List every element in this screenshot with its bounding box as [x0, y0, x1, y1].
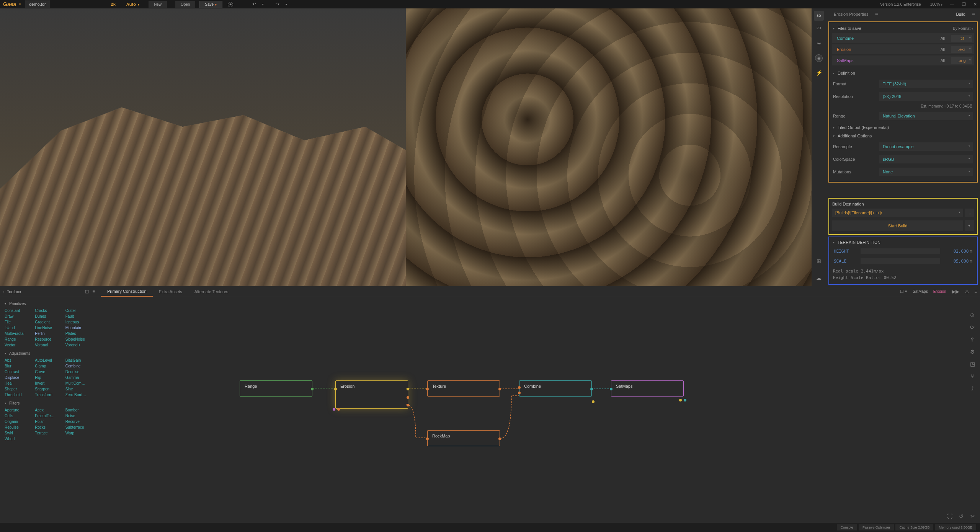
- brand-logo[interactable]: Gaea: [3, 1, 18, 7]
- file-all-button[interactable]: All: [937, 36, 949, 41]
- adjustments-header[interactable]: Adjustments: [9, 351, 30, 356]
- toolbox-item[interactable]: Repulse: [5, 425, 33, 430]
- gear-icon[interactable]: ⚙: [969, 348, 976, 355]
- minimize-button[interactable]: —: [950, 2, 954, 7]
- resolution-button[interactable]: 2k: [111, 2, 116, 7]
- viewport-2d[interactable]: [406, 8, 812, 286]
- toolbox-item[interactable]: Voronoi: [35, 343, 63, 348]
- branch-icon[interactable]: ⑂: [969, 373, 976, 380]
- tiled-output-header[interactable]: Tiled Output (Experimental): [838, 125, 889, 130]
- colorspace-select[interactable]: sRGB: [879, 155, 973, 163]
- node-graph-canvas[interactable]: Range Erosion Texture RockMap: [98, 297, 980, 523]
- height-value[interactable]: 02,600: [944, 249, 969, 254]
- tab-primary-construction[interactable]: Primary Construction: [101, 287, 153, 297]
- primitives-header[interactable]: Primitives: [9, 302, 26, 306]
- toolbox-item[interactable]: BiasGain: [65, 358, 93, 363]
- save-button[interactable]: Save●: [199, 1, 222, 8]
- toolbox-item[interactable]: Bomber: [65, 408, 93, 413]
- graph-dropdown-icon[interactable]: ☐ ▾: [900, 289, 907, 294]
- zoom-label[interactable]: 100% ▾: [930, 2, 942, 7]
- toolbox-item[interactable]: Range: [5, 337, 33, 342]
- toolbox-item[interactable]: Crater: [65, 308, 93, 313]
- auto-button[interactable]: Auto ▼: [126, 2, 140, 7]
- frame-icon[interactable]: ⛶: [946, 513, 953, 520]
- toolbox-item[interactable]: Perlin: [35, 331, 63, 336]
- toolbox-view-icon[interactable]: ◫: [85, 289, 89, 294]
- toolbox-item[interactable]: Draw: [5, 314, 33, 319]
- toolbox-item[interactable]: Whorl: [5, 436, 33, 441]
- redo-caret-icon[interactable]: ▼: [285, 3, 287, 6]
- toolbox-item[interactable]: Fault: [65, 314, 93, 319]
- grid-icon[interactable]: ⊞: [814, 256, 823, 266]
- bolt-icon[interactable]: ⚡: [814, 68, 823, 77]
- resolution-select[interactable]: (2K) 2048: [879, 92, 973, 101]
- menu-icon[interactable]: ≡: [873, 11, 880, 18]
- toolbox-item[interactable]: Island: [5, 325, 33, 330]
- toolbox-item[interactable]: Aperture: [5, 408, 33, 413]
- toolbox-item[interactable]: Curve: [35, 369, 63, 374]
- toolbox-item[interactable]: Transform: [35, 392, 63, 397]
- height-slider[interactable]: [861, 248, 940, 254]
- toolbox-item[interactable]: Sine: [65, 387, 93, 392]
- start-build-caret-button[interactable]: ▾: [965, 220, 974, 231]
- toolbox-item[interactable]: Dunes: [35, 314, 63, 319]
- toolbox-menu-icon[interactable]: ≡: [93, 289, 95, 294]
- toolbox-item[interactable]: File: [5, 320, 33, 325]
- toolbox-item[interactable]: Denoise: [65, 369, 93, 374]
- snap-icon[interactable]: ⊙: [969, 312, 976, 318]
- filters-header[interactable]: Filters: [9, 401, 20, 405]
- brand-caret-icon[interactable]: ▼: [18, 3, 21, 6]
- toolbox-item[interactable]: Terrace: [35, 431, 63, 436]
- mutations-select[interactable]: None: [879, 168, 973, 176]
- share-icon[interactable]: ⤴: [969, 385, 976, 392]
- toolbox-item[interactable]: Resource: [35, 337, 63, 342]
- flame-icon[interactable]: ♨: [965, 289, 969, 294]
- file-name[interactable]: Combine: [834, 36, 937, 41]
- view-3d-button[interactable]: 3D: [814, 11, 824, 21]
- chevron-down-icon[interactable]: ▾: [833, 134, 835, 138]
- toolbox-item[interactable]: Vector: [5, 343, 33, 348]
- toolbox-item[interactable]: Noise: [65, 413, 93, 418]
- toolbox-item[interactable]: Cells: [5, 413, 33, 418]
- new-button[interactable]: New: [149, 1, 167, 8]
- by-format-dropdown[interactable]: By Format ▾: [953, 26, 973, 31]
- open-button[interactable]: Open: [175, 1, 195, 8]
- file-ext-select[interactable]: .tif: [951, 35, 972, 42]
- undo-button[interactable]: ↶: [252, 2, 256, 7]
- console-button[interactable]: Console: [837, 524, 857, 530]
- export-icon[interactable]: ⇪: [969, 336, 976, 343]
- sun-icon[interactable]: ☀: [814, 39, 823, 48]
- toolbox-item[interactable]: Displace: [5, 375, 33, 380]
- chevron-right-icon[interactable]: ▸: [833, 126, 835, 129]
- toolbox-item[interactable]: Rocks: [35, 425, 63, 430]
- close-button[interactable]: ✕: [973, 2, 977, 7]
- play-icon[interactable]: ▶▶: [952, 289, 959, 294]
- toolbox-item[interactable]: AutoLevel: [35, 358, 63, 363]
- chevron-down-icon[interactable]: ▾: [833, 241, 835, 244]
- toolbox-item[interactable]: Abs: [5, 358, 33, 363]
- start-build-button[interactable]: Start Build: [832, 220, 963, 231]
- toolbox-item[interactable]: MultiFractal: [5, 331, 33, 336]
- toolbox-item[interactable]: Subterrace: [65, 425, 93, 430]
- passive-optimizer-label[interactable]: Passive Optimizer: [859, 524, 894, 530]
- maximize-button[interactable]: ❐: [962, 2, 966, 7]
- toolbox-item[interactable]: Combine: [65, 364, 93, 369]
- tab-extra-assets[interactable]: Extra Assets: [153, 287, 188, 296]
- tab-erosion-properties[interactable]: Erosion Properties: [829, 10, 873, 19]
- tab-alternate-textures[interactable]: Alternate Textures: [188, 287, 234, 296]
- toolbox-item[interactable]: Sharpen: [35, 387, 63, 392]
- add-button[interactable]: +: [228, 2, 233, 7]
- node-rockmap[interactable]: RockMap: [427, 430, 500, 446]
- toolbox-item[interactable]: Shaper: [5, 387, 33, 392]
- toolbox-item[interactable]: Origami: [5, 419, 33, 424]
- node-range[interactable]: Range: [240, 380, 312, 397]
- chevron-down-icon[interactable]: ▾: [833, 27, 835, 30]
- viewport-3d[interactable]: [0, 8, 406, 286]
- toolbox-item[interactable]: Invert: [35, 381, 63, 386]
- refresh-icon[interactable]: ⟳: [969, 324, 976, 331]
- node-combine[interactable]: Combine: [519, 380, 592, 397]
- toolbox-item[interactable]: Mountain: [65, 325, 93, 330]
- toolbox-item[interactable]: Voronoi+: [65, 343, 93, 348]
- target-icon[interactable]: ◉: [815, 54, 823, 62]
- toolbox-item[interactable]: Clamp: [35, 364, 63, 369]
